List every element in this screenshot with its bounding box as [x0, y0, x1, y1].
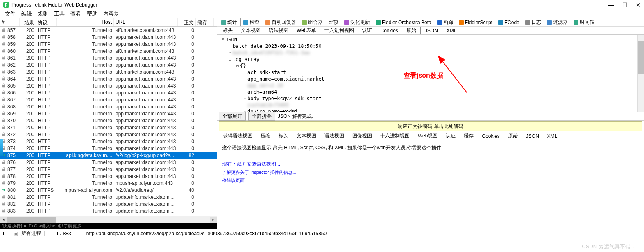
remove-page-link[interactable]: 移除该页面 [222, 178, 245, 183]
tab-汉化更新[interactable]: 汉化更新 [342, 18, 372, 27]
session-row[interactable]: 858 200 HTTP Tunnel to app.market.xiaomi… [0, 34, 217, 40]
resptab-Web视图[interactable]: Web视图 [414, 132, 442, 140]
decode-bar[interactable]: 响应正文被编码.单击此处解码 [219, 122, 642, 131]
json-node[interactable]: ┈ customid=73405 [220, 102, 641, 108]
tab-自动回复器[interactable]: 自动回复器 [263, 18, 299, 27]
reqtab-Web表单[interactable]: Web表单 [293, 26, 320, 35]
reqtab-标头[interactable]: 标头 [219, 26, 237, 35]
minimize-button[interactable]: — [608, 2, 614, 8]
collapse-all-button[interactable]: 全部折叠 [248, 112, 275, 121]
download-link[interactable]: 现在下载并安装语法视图... [222, 161, 280, 167]
reqtab-JSON[interactable]: JSON [420, 27, 442, 34]
expand-all-button[interactable]: 全部展开 [219, 112, 246, 121]
tab-时间轴[interactable]: 时间轴 [571, 18, 597, 27]
resptab-Cookies[interactable]: Cookies [478, 133, 503, 140]
col-result[interactable]: 结果 [20, 18, 36, 26]
tab-Fiddler Orchestra Beta[interactable]: Fiddler Orchestra Beta [373, 19, 434, 26]
session-row[interactable]: 864 200 HTTP Tunnel to app.market.xiaomi… [0, 75, 217, 82]
scroll-right-arrow[interactable]: ► [210, 217, 217, 223]
processes-label[interactable]: 所有进程 [21, 230, 41, 237]
session-row[interactable]: 872 200 HTTP Tunnel to app.market.xiaomi… [0, 131, 217, 138]
session-row[interactable]: 882 200 HTTP Tunnel to updateinfo.market… [0, 200, 217, 207]
col-protocol[interactable]: 协议 [36, 18, 57, 26]
menu-内容块[interactable]: 内容块 [103, 10, 119, 18]
json-tree-view[interactable]: ⊟ JSON┈ batch_date=2023-09-12 18:50:50┈ … [217, 35, 644, 112]
resptab-十六进制视图[interactable]: 十六进制视图 [376, 132, 414, 140]
col-host[interactable]: Host [57, 18, 114, 26]
menu-帮助[interactable]: 帮助 [87, 10, 98, 18]
tree-toggle-icon[interactable]: ⊟ [228, 56, 233, 63]
resptab-认证[interactable]: 认证 [442, 132, 460, 140]
session-row[interactable]: 870 200 HTTP Tunnel to app.market.xiaomi… [0, 117, 217, 124]
session-row[interactable]: 863 200 HTTP Tunnel to sf0.market.xiaomi… [0, 68, 217, 75]
session-row[interactable]: 874 200 HTTP Tunnel to app.market.xiaomi… [0, 145, 217, 152]
session-row[interactable]: 875 200 HTTP api.kingdata.ksyun.... /v2/… [0, 152, 217, 159]
resptab-XML[interactable]: XML [543, 133, 562, 140]
session-row[interactable]: 867 200 HTTP Tunnel to app.market.xiaomi… [0, 96, 217, 103]
menu-文件[interactable]: 文件 [5, 10, 16, 18]
reqtab-十六进制视图[interactable]: 十六进制视图 [320, 26, 358, 35]
tab-FiddlerScript[interactable]: FiddlerScript [456, 19, 495, 26]
tree-toggle-icon[interactable]: ⊟ [235, 63, 240, 69]
session-row[interactable]: 865 200 HTTP Tunnel to app.market.xiaomi… [0, 82, 217, 89]
json-node[interactable]: ┈ batch_date=2023-09-12 18:50:50 [220, 43, 641, 50]
json-node[interactable]: ┈ device_name=Redmi [220, 108, 641, 112]
resptab-语法视图[interactable]: 语法视图 [320, 132, 348, 140]
session-row[interactable]: 878 200 HTTP Tunnel to app.market.xiaomi… [0, 173, 217, 180]
session-row[interactable]: 866 200 HTTP Tunnel to app.market.xiaomi… [0, 89, 217, 96]
resptab-文本视图[interactable]: 文本视图 [293, 132, 320, 140]
resptab-缓存[interactable]: 缓存 [460, 132, 478, 140]
json-node[interactable]: ┈ app_ver=2.10 [220, 82, 641, 89]
vertical-scrollbar[interactable] [637, 35, 644, 112]
vscroll-thumb[interactable] [638, 41, 644, 74]
reqtab-语法视图[interactable]: 语法视图 [265, 26, 293, 35]
menu-规则[interactable]: 规则 [38, 10, 48, 18]
close-button[interactable]: ✕ [636, 2, 641, 8]
col-cache[interactable]: 缓存 [196, 18, 214, 26]
resptab-标头[interactable]: 标头 [274, 132, 293, 140]
tab-过滤器[interactable]: 过滤器 [544, 18, 570, 27]
session-row[interactable]: 859 200 HTTP Tunnel to app.market.xiaomi… [0, 40, 217, 47]
session-row[interactable]: 861 200 HTTP Tunnel to app.market.xiaomi… [0, 54, 217, 61]
reqtab-Cookies[interactable]: Cookies [376, 27, 402, 34]
session-row[interactable]: 876 200 HTTP Tunnel to app.market.xiaomi… [0, 159, 217, 166]
quickexec-bar[interactable]: [快速执行] ALT+Q >键入help以了解更多 [0, 223, 217, 229]
reqtab-原始[interactable]: 原始 [402, 26, 420, 35]
resptab-JSON[interactable]: JSON [522, 133, 543, 140]
reqtab-文本视图[interactable]: 文本视图 [237, 26, 265, 35]
tree-toggle-icon[interactable]: ⊟ [220, 36, 225, 43]
json-node[interactable]: ┈ app_name=com.xiaomi.market [220, 76, 641, 82]
tab-ECode[interactable]: ECode [496, 19, 522, 26]
reqtab-认证[interactable]: 认证 [358, 26, 376, 35]
tab-检查[interactable]: 检查 [240, 18, 262, 27]
session-row[interactable]: 868 200 HTTP Tunnel to app.market.xiaomi… [0, 103, 217, 110]
json-node[interactable]: ⊟ {} [220, 63, 641, 69]
menu-编辑[interactable]: 编辑 [21, 10, 32, 18]
horizontal-scrollbar[interactable]: ◄ ► [0, 216, 217, 223]
tab-比较[interactable]: 比较 [326, 18, 341, 27]
resptab-压缩[interactable]: 压缩 [256, 132, 274, 140]
resptab-原始[interactable]: 原始 [504, 132, 522, 140]
json-node[interactable]: ⊟ log_array [220, 56, 641, 63]
menu-工具[interactable]: 工具 [54, 10, 65, 18]
resptab-图像视图[interactable]: 图像视图 [348, 132, 376, 140]
session-row[interactable]: 869 200 HTTP Tunnel to app.market.xiaomi… [0, 110, 217, 117]
session-row[interactable]: 860 200 HTTP Tunnel to sf0.market.xiaomi… [0, 47, 217, 54]
session-row[interactable]: 879 200 HTTP Tunnel to mpush-api.aliyun.… [0, 180, 217, 187]
maximize-button[interactable]: ☐ [622, 2, 628, 8]
session-row[interactable]: 880 200 HTTPS mpush-api.aliyun.com /v2.0… [0, 187, 217, 194]
scroll-left-arrow[interactable]: ◄ [0, 217, 7, 223]
tab-画廊[interactable]: 画廊 [435, 18, 456, 27]
json-node[interactable]: ┈ act=sdk-start [220, 69, 641, 76]
tab-日志[interactable]: 日志 [523, 18, 544, 27]
menu-查看[interactable]: 查看 [70, 10, 81, 18]
processes-icon[interactable]: ▣ [14, 231, 18, 236]
session-row[interactable]: 881 200 HTTP Tunnel to updateinfo.market… [0, 194, 217, 200]
col-url[interactable]: URL [114, 18, 178, 26]
col-body[interactable]: 正文 [178, 18, 196, 26]
col-id[interactable]: # [0, 18, 20, 26]
session-row[interactable]: 862 200 HTTP Tunnel to app.market.xiaomi… [0, 61, 217, 68]
session-row[interactable]: 883 200 HTTP Tunnel to updateinfo.market… [0, 207, 217, 214]
session-row[interactable]: 871 200 HTTP Tunnel to app.market.xiaomi… [0, 124, 217, 131]
reqtab-XML[interactable]: XML [442, 27, 461, 34]
